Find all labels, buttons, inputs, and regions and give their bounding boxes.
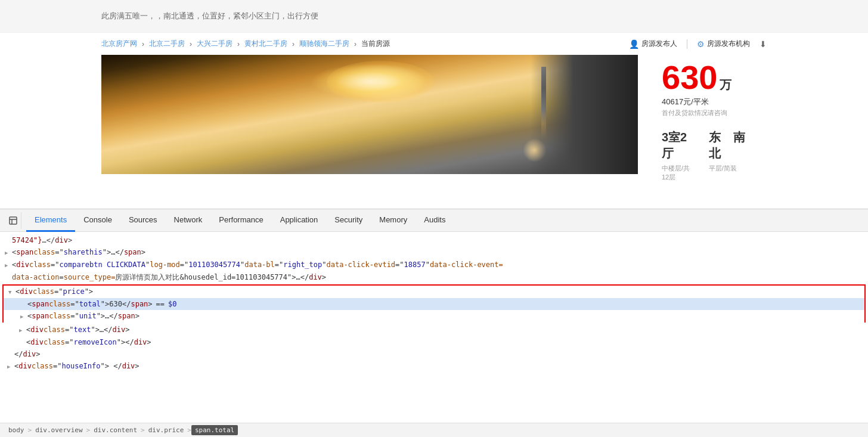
code-text: &housedel_id=101103045774">…</	[179, 272, 309, 283]
bottom-bar-sep: >	[141, 426, 145, 434]
breadcrumb-item[interactable]: 北京房产网	[101, 39, 137, 49]
price-unit: 万	[720, 77, 731, 93]
bottom-crumb-price[interactable]: div.price	[145, 425, 188, 435]
code-text: 房源详情页加入对比	[115, 272, 179, 283]
code-line: < span class =" sharethis ">…</ span >	[0, 246, 868, 259]
code-text: 18857	[404, 259, 426, 270]
main-content-area: 630 万 40617元/平米 首付及贷款情况请咨询 3室2厅 中楼层/共12层…	[0, 55, 868, 188]
source-org-label: 房源发布机构	[707, 39, 750, 49]
code-text: <	[16, 286, 20, 297]
bottom-crumb-body[interactable]: body	[5, 425, 28, 435]
code-text: class	[44, 337, 65, 348]
code-text: …</	[42, 235, 55, 246]
price-note: 首付及贷款情况请咨询	[662, 109, 755, 117]
house-detail: 3室2厅 中楼层/共12层 东 南 北 平层/简装	[662, 129, 755, 182]
code-text: div	[113, 324, 126, 335]
code-text: >	[322, 272, 326, 283]
code-text: total	[79, 299, 101, 309]
expand-arrow[interactable]	[5, 259, 12, 271]
breadcrumb-current: 当前房源	[361, 39, 390, 49]
code-text: >	[141, 247, 145, 258]
code-text: class	[32, 361, 53, 371]
code-text: <	[26, 337, 30, 348]
tab-memory[interactable]: Memory	[371, 209, 416, 232]
tab-application[interactable]: Application	[272, 209, 327, 232]
code-line: data-action = source_type= 房源详情页加入对比 &ho…	[0, 271, 868, 283]
code-text: class	[33, 286, 54, 297]
expand-arrow[interactable]	[8, 286, 16, 297]
price-main: 630 万	[662, 61, 755, 94]
code-text: span	[118, 311, 135, 321]
tab-console[interactable]: Console	[75, 209, 120, 232]
bottom-crumb-content[interactable]: div.content	[90, 425, 141, 435]
breadcrumb-item[interactable]: 北京二手房	[149, 39, 185, 49]
code-line: < div class =" removeIcon "></ div >	[2, 336, 868, 348]
code-text: "	[145, 259, 150, 270]
code-text: data-action	[12, 272, 59, 283]
code-text: span	[32, 299, 49, 309]
source-person-label: 房源发布人	[641, 39, 677, 49]
code-line: < div class =" text ">…</ div >	[2, 324, 868, 336]
tab-elements[interactable]: Elements	[26, 209, 75, 232]
expand-arrow	[19, 337, 26, 348]
breadcrumb-item[interactable]: 黄村北二手房	[244, 39, 287, 49]
code-text: ">	[101, 299, 109, 309]
code-line: </ div >	[2, 348, 868, 360]
code-text: >	[148, 299, 152, 309]
code-text: removeIcon	[74, 337, 117, 348]
house-image	[101, 55, 638, 174]
code-text: ">…</	[97, 311, 118, 321]
source-org-link[interactable]: ⚙ 房源发布机构	[697, 39, 750, 49]
devtools-toolbar: Elements Console Sources Network Perform…	[0, 209, 868, 232]
code-text: "> </	[101, 361, 122, 371]
breadcrumb-item[interactable]: 顺驰领海二手房	[299, 39, 349, 49]
code-panel[interactable]: 57424"} …</ div > < span class =" sharet…	[0, 232, 868, 423]
bottom-crumb-overview[interactable]: div.overview	[32, 425, 86, 435]
code-text: <	[27, 311, 32, 321]
download-icon[interactable]: ⬇	[760, 39, 767, 49]
code-line: < div class =" price ">	[4, 286, 864, 298]
person-icon: 👤	[629, 39, 639, 49]
code-text: span	[124, 247, 141, 258]
code-text: div	[134, 337, 147, 348]
devtools-panel: Elements Console Sources Network Perform…	[0, 209, 868, 437]
code-text: 57424"}	[12, 235, 42, 246]
code-text: data-click-evtid	[327, 259, 396, 270]
code-text: class	[33, 247, 55, 258]
code-text: source_type=	[64, 272, 116, 283]
breadcrumb-sep: ›	[190, 40, 192, 48]
bottom-crumb-total[interactable]: span.total	[191, 425, 238, 435]
code-text: =	[59, 272, 63, 283]
house-description: 此房满五唯一，，南北通透，位置好，紧邻小区主门，出行方便	[0, 0, 868, 32]
expand-arrow[interactable]	[5, 247, 12, 258]
expand-arrow[interactable]	[7, 361, 14, 372]
code-text: ">…</	[103, 247, 124, 258]
tab-performance[interactable]: Performance	[210, 209, 271, 232]
code-text: data-click-event=	[430, 259, 503, 270]
source-person-link[interactable]: 👤 房源发布人	[629, 39, 677, 49]
code-text: right_top	[283, 259, 322, 270]
tab-security[interactable]: Security	[326, 209, 371, 232]
code-text: class	[49, 299, 70, 309]
tab-network[interactable]: Network	[166, 209, 211, 232]
devtools-toggle-button[interactable]	[5, 212, 21, 229]
code-text: ="	[70, 311, 79, 321]
code-text: "></	[117, 337, 134, 348]
code-line-selected[interactable]: < span class =" total "> 630 </ span > =…	[4, 298, 864, 310]
code-text: span	[131, 299, 148, 309]
code-text: span	[32, 311, 49, 321]
code-text: ="	[51, 259, 59, 270]
code-text: >	[68, 235, 72, 246]
code-line: < span class =" unit ">…</ span >	[4, 310, 864, 323]
code-text: class	[49, 311, 70, 321]
expand-arrow[interactable]	[20, 311, 27, 322]
tab-audits[interactable]: Audits	[416, 209, 454, 232]
bottom-bar-sep: >	[86, 426, 91, 434]
room-type: 3室2厅	[662, 129, 691, 162]
tab-sources[interactable]: Sources	[120, 209, 166, 232]
expand-arrow	[5, 235, 12, 246]
code-text: "	[322, 259, 326, 270]
code-text: <	[12, 247, 16, 258]
expand-arrow[interactable]	[19, 324, 26, 336]
breadcrumb-item[interactable]: 大兴二手房	[197, 39, 232, 49]
